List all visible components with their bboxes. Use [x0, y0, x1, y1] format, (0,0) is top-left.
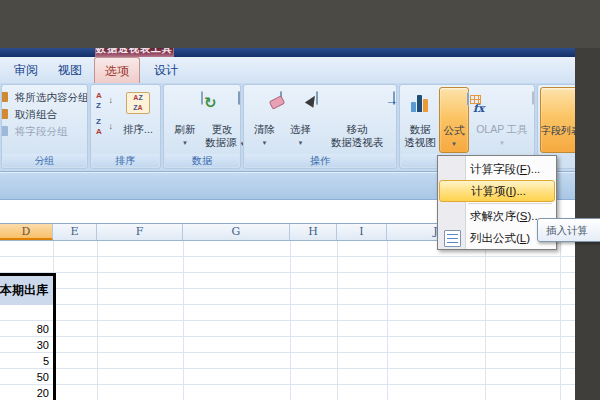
gridline	[337, 241, 338, 400]
sort-desc-button[interactable]: Z A ↓	[94, 117, 114, 139]
title-bar	[0, 48, 575, 57]
select-button[interactable]: 选择 ▼	[284, 87, 317, 153]
group-sort: A Z ↓ Z A ↓ AZZA 排序... 排序	[90, 84, 161, 169]
formulas-dropdown-arrow[interactable]: ▼	[440, 139, 468, 149]
ribbon-tab-bar: 审阅 视图 选项 设计	[0, 57, 575, 83]
group-field-label: 将字段分组	[15, 125, 68, 137]
group-label-actions: 操作	[245, 154, 395, 167]
group-grouping: 将所选内容分组 取消组合 将字段分组 分组	[1, 84, 88, 169]
olap-dropdown-arrow: ▼	[471, 138, 533, 148]
olap-tools-icon: fx	[532, 91, 534, 105]
move-pivottable-icon: →	[393, 91, 395, 105]
sort-desc-icon: Z	[96, 117, 101, 127]
select-dropdown-arrow[interactable]: ▼	[284, 138, 317, 148]
group-field-icon	[2, 126, 8, 136]
desktop-background	[0, 0, 600, 48]
group-label-data: 数据	[165, 154, 239, 167]
move-pivottable-button[interactable]: → 移动 数据透视表	[320, 87, 394, 153]
gridline	[290, 241, 291, 400]
pivotchart-label2: 透视图	[403, 136, 437, 148]
column-header-g[interactable]: G	[183, 224, 290, 240]
group-label-grouping: 分组	[3, 154, 86, 167]
menu-item-calculated-field[interactable]: 计算字段(F)...	[439, 158, 555, 180]
worksheet-grid[interactable]: 本期出库 80 30 5 50 20	[0, 241, 575, 400]
insert-calculated-item-tooltip: 插入计算	[537, 218, 600, 242]
sort-asc-icon: A	[96, 91, 102, 101]
column-header-d[interactable]: D	[0, 224, 53, 240]
pivot-header-label: 本期出库	[0, 282, 48, 299]
cell-value[interactable]: 80	[0, 321, 49, 337]
gridline	[560, 241, 561, 400]
refresh-label: 刷新	[168, 123, 202, 136]
group-selection-icon	[2, 92, 8, 102]
formulas-icon: fx	[467, 92, 469, 106]
tab-design[interactable]: 设计	[144, 57, 188, 83]
select-label: 选择	[284, 123, 317, 136]
field-list-button[interactable]: 字段列表	[540, 87, 575, 153]
column-header-f[interactable]: F	[97, 224, 183, 240]
ungroup-icon	[2, 109, 8, 119]
pivot-header-cell[interactable]: 本期出库	[0, 273, 56, 305]
change-data-source-label2: 数据源 ▼	[205, 136, 239, 150]
pivotchart-label1: 数据	[403, 123, 437, 136]
tab-view[interactable]: 视图	[48, 57, 92, 83]
column-header-i[interactable]: I	[337, 224, 387, 240]
ungroup-button[interactable]: 取消组合	[2, 107, 87, 122]
change-data-source-label1: 更改	[205, 123, 239, 136]
change-data-source-button[interactable]: 更改 数据源 ▼	[205, 87, 239, 153]
column-header-h[interactable]: H	[290, 224, 337, 240]
gridline	[97, 241, 98, 400]
sort-dialog-label: 排序...	[116, 123, 160, 136]
group-label-sort: 排序	[92, 154, 159, 167]
contextual-tab-title: 数据透视表工具	[96, 48, 173, 56]
group-selection-button[interactable]: 将所选内容分组	[2, 90, 87, 105]
cell-value[interactable]: 50	[0, 369, 49, 385]
cell-value[interactable]: 30	[0, 337, 49, 353]
cell-value[interactable]: 5	[0, 353, 49, 369]
clear-icon	[280, 91, 282, 105]
field-list-label: 字段列表	[541, 124, 575, 137]
column-header-e[interactable]: E	[53, 224, 97, 240]
olap-tools-label: OLAP 工具	[471, 123, 533, 136]
gridline	[183, 241, 184, 400]
tooltip-text: 插入计算	[546, 224, 588, 236]
group-actions: 清除 ▼ 选择 ▼ → 移动 数据透视表 操作	[243, 84, 397, 169]
change-data-source-icon	[238, 91, 240, 105]
tab-options[interactable]: 选项	[94, 57, 140, 83]
pivot-range-border	[53, 305, 56, 400]
clear-button[interactable]: 清除 ▼	[248, 87, 281, 153]
move-pivottable-label2: 数据透视表	[320, 136, 394, 148]
cell-value[interactable]: 20	[0, 385, 49, 400]
screen: 数据透视表工具 审阅 视图 选项 设计 将所选内容分组 取消组合 将字段分组 分…	[0, 0, 600, 400]
group-selection-label: 将所选内容分组	[15, 91, 87, 103]
select-icon	[316, 91, 318, 105]
gridline	[387, 241, 388, 400]
clear-dropdown-arrow[interactable]: ▼	[248, 138, 281, 148]
sort-dialog-icon: AZZA	[126, 92, 150, 114]
refresh-icon: ↻	[201, 91, 203, 105]
gridline	[485, 241, 486, 400]
formulas-button[interactable]: fx 公式 ▼	[439, 87, 469, 153]
pivotchart-icon	[409, 92, 431, 112]
move-pivottable-label1: 移动	[320, 123, 394, 136]
refresh-button[interactable]: ↻ 刷新 ▼	[168, 87, 202, 153]
group-field-button[interactable]: 将字段分组	[2, 124, 87, 139]
pivotchart-button[interactable]: 数据 透视图	[403, 87, 437, 153]
menu-separator	[468, 203, 552, 204]
sort-asc-button[interactable]: A Z ↓	[94, 91, 114, 113]
menu-item-calculated-item[interactable]: 计算项(I)...	[439, 180, 555, 202]
olap-tools-button[interactable]: fx OLAP 工具 ▼	[471, 87, 533, 153]
contextual-tab-header: 数据透视表工具	[95, 48, 174, 57]
formulas-label: 公式	[440, 124, 468, 137]
ungroup-label: 取消组合	[15, 108, 57, 120]
clear-label: 清除	[248, 123, 281, 136]
group-data: ↻ 刷新 ▼ 更改 数据源 ▼ 数据	[163, 84, 241, 169]
tab-review[interactable]: 审阅	[4, 57, 48, 83]
sort-dialog-button[interactable]: AZZA 排序...	[116, 87, 160, 153]
list-formulas-icon	[444, 230, 461, 247]
refresh-dropdown-arrow[interactable]: ▼	[168, 138, 202, 148]
